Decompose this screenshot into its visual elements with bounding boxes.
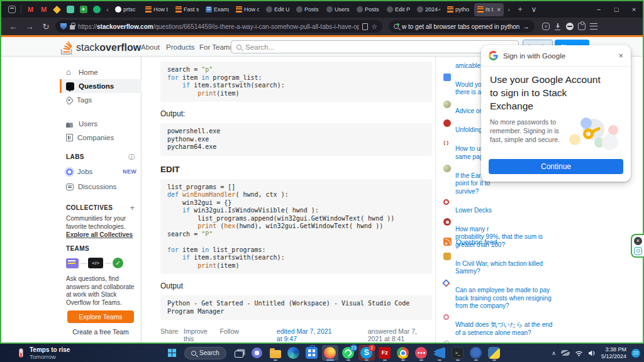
sidebar-item-jobs[interactable]: JobsNEW	[60, 165, 142, 178]
reader-mode-icon[interactable]	[362, 23, 368, 30]
browser-tab[interactable]: prtsc	[112, 3, 142, 16]
clock[interactable]: 3:38 PM 5/12/2024	[601, 346, 626, 359]
taskbar-app-icon[interactable]	[249, 345, 265, 361]
taskbar-app-icon[interactable]	[413, 345, 430, 361]
new-tab-button[interactable]: +	[513, 5, 527, 14]
stackoverflow-logo[interactable]: stackoverflow	[60, 40, 141, 56]
downloads-icon[interactable]	[554, 23, 562, 30]
browser-tab[interactable]: How t	[142, 3, 172, 16]
taskbar-app-icon[interactable]	[304, 345, 320, 361]
weather-widget[interactable]: Temps to rise Tomorrow	[19, 345, 70, 361]
pinned-gmail-icon[interactable]: M	[24, 4, 37, 15]
bookmark-star-icon[interactable]: ☆	[371, 23, 377, 31]
browser-tab[interactable]: pytho	[444, 3, 474, 16]
add-collective-icon[interactable]: +	[130, 203, 135, 212]
wifi-icon[interactable]	[575, 350, 583, 356]
info-icon[interactable]: ⓘ	[128, 153, 135, 162]
volume-icon[interactable]	[588, 350, 596, 356]
list-all-tabs-icon[interactable]: ∨	[527, 5, 541, 14]
taskbar-app-icon[interactable]	[431, 345, 448, 361]
extension-icon[interactable]	[578, 23, 586, 30]
sidebar-item-companies[interactable]: Companies	[60, 131, 142, 145]
sidebar-item-tags[interactable]: Tags	[60, 93, 142, 107]
taskbar-app-icon[interactable]	[231, 345, 247, 361]
capture-app-icon[interactable]	[634, 247, 642, 255]
onedrive-offline-icon[interactable]	[561, 350, 570, 356]
pinned-binance-icon[interactable]	[50, 4, 64, 15]
window-maximize-button[interactable]: □	[608, 6, 625, 13]
improve-answer-link[interactable]: Improve this answer	[184, 327, 214, 343]
explore-collectives-link[interactable]: Explore all Collectives	[66, 231, 133, 238]
menu-icon[interactable]	[590, 23, 597, 30]
taskbar-app-icon[interactable]	[267, 345, 284, 361]
go-arrow-icon[interactable]: →	[523, 23, 530, 30]
hot-question-link[interactable]: Whatd does 気づいたら at the end of a setnenc…	[443, 314, 555, 337]
scroll-tabs-right-icon[interactable]: ›	[504, 6, 513, 13]
browser-tab[interactable]: Users ‹ Em	[323, 3, 353, 16]
pinned-gmail-icon-2[interactable]: M	[37, 4, 50, 15]
taskbar-app-icon[interactable]	[486, 345, 502, 361]
pocket-icon[interactable]: ∨	[542, 23, 550, 30]
browser-search-bar[interactable]: →	[389, 20, 535, 33]
scroll-tabs-left-icon[interactable]: ‹	[103, 6, 112, 13]
edited-timestamp-link[interactable]: edited Mar 7, 2021 at 9:47	[277, 327, 333, 343]
create-team-link[interactable]: Create a free Team	[60, 328, 142, 336]
pinned-green-app-icon[interactable]	[64, 4, 77, 15]
browser-tab[interactable]: Fast s	[172, 3, 202, 16]
tab-favicon	[206, 6, 212, 13]
browser-tab[interactable]: Edit User A	[263, 3, 292, 16]
pinned-green-circle-icon[interactable]	[90, 4, 103, 15]
taskbar-search[interactable]: Search	[184, 347, 226, 359]
code-icon: </>	[88, 258, 103, 268]
taskbar-app-icon[interactable]: 23	[340, 345, 357, 361]
taskbar-app-icon[interactable]	[395, 345, 411, 361]
adblock-icon[interactable]	[566, 23, 574, 30]
back-button[interactable]: ←	[6, 22, 20, 31]
follow-link[interactable]: Follow	[220, 327, 239, 343]
sidebar-item-users[interactable]: Users	[60, 117, 142, 131]
taskbar-app-icon[interactable]: 2	[358, 345, 375, 361]
browser-search-input[interactable]	[402, 23, 519, 30]
browser-tab[interactable]: How c	[233, 3, 262, 16]
taskbar-app-icon[interactable]	[468, 345, 484, 361]
hot-question-link[interactable]: Can an employee be made to pay back trai…	[443, 279, 555, 310]
firefox-view-icon[interactable]	[5, 4, 18, 15]
hot-question-link[interactable]: In Civil War, which faction killed Sammy…	[443, 252, 555, 276]
taskbar-app-icon[interactable]	[322, 345, 338, 361]
continue-button[interactable]: Continue	[489, 159, 623, 174]
explore-teams-button[interactable]: Explore Teams	[67, 310, 134, 323]
window-minimize-button[interactable]: −	[590, 6, 608, 13]
forward-button[interactable]: →	[23, 22, 36, 31]
capture-close-icon[interactable]: ×	[634, 237, 642, 245]
question-feed-link[interactable]: Question feed	[443, 238, 497, 246]
browser-tab[interactable]: 2024-05-1	[414, 3, 443, 16]
popup-close-icon[interactable]: ×	[618, 51, 623, 60]
hot-question-link[interactable]: Lower Decks	[443, 199, 555, 214]
tray-expand-icon[interactable]: ∧	[552, 350, 556, 356]
lock-icon[interactable]	[70, 25, 75, 30]
tab-close-icon[interactable]: ×	[497, 6, 501, 13]
taskbar-app-icon[interactable]	[377, 345, 393, 361]
sidebar-item-home[interactable]: Home	[60, 65, 142, 79]
sidebar-item-discussions[interactable]: Discussions	[60, 180, 142, 194]
window-close-button[interactable]: ×	[625, 6, 643, 13]
browser-tab[interactable]: Posts ‹ Em	[293, 3, 323, 16]
browser-tab[interactable]: Edit Post	[384, 3, 413, 16]
browser-tab[interactable]: Posts ‹ Em	[353, 3, 383, 16]
share-link[interactable]: Share	[160, 327, 178, 343]
notification-center-badge[interactable]: 22	[631, 349, 640, 358]
browser-tab[interactable]: Is t ×	[474, 3, 504, 16]
pinned-green-cross-icon[interactable]	[77, 4, 90, 15]
chat-icon	[66, 258, 79, 268]
sidebar-item-questions[interactable]: Questions	[60, 79, 142, 93]
browser-tab[interactable]: Examp	[203, 3, 232, 16]
start-button[interactable]	[164, 345, 180, 361]
site-icon	[443, 218, 451, 226]
url-bar[interactable]: https://stackoverflow.com/questions/6651…	[55, 20, 382, 33]
reload-button[interactable]: ↻	[39, 22, 53, 31]
taskbar-app-icon[interactable]	[450, 345, 466, 361]
tracking-protection-shield-icon[interactable]	[60, 23, 67, 30]
tab-favicon	[236, 6, 242, 13]
taskbar-app-icon[interactable]	[286, 345, 302, 361]
site-search-bar[interactable]: Search...	[231, 40, 519, 53]
